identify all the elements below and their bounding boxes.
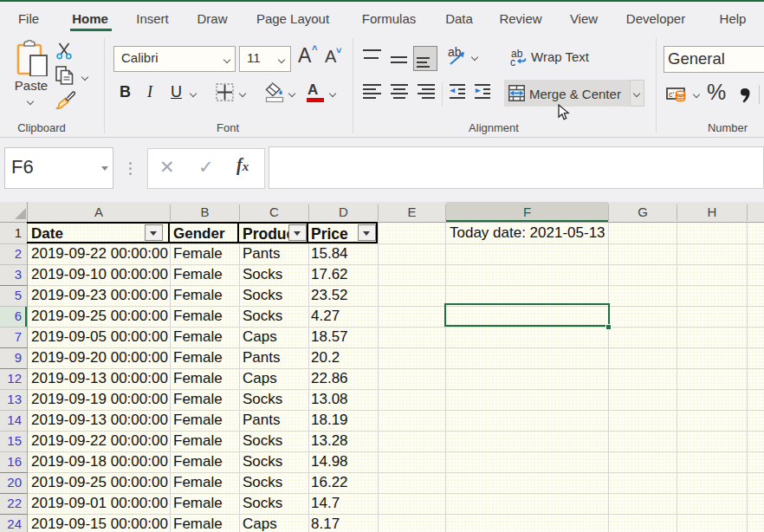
svg-text:c′: c′ [669,90,675,99]
svg-text:c: c [510,56,515,67]
